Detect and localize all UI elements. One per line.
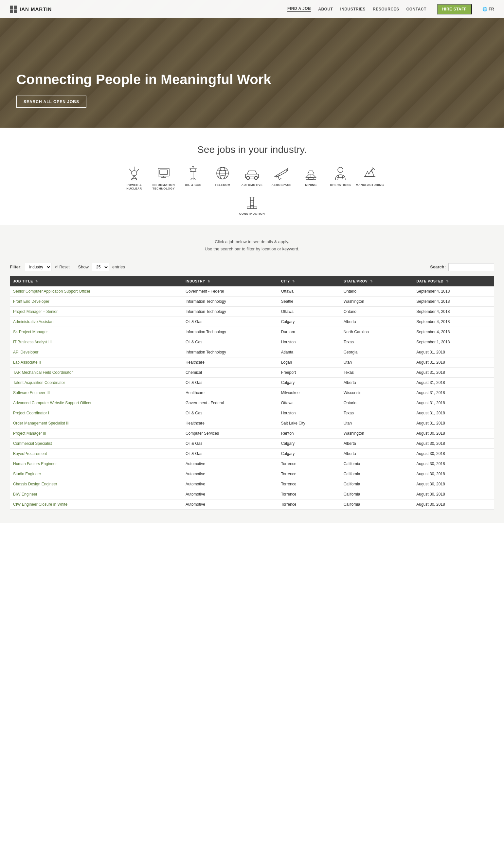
language-toggle[interactable]: 🌐 FR xyxy=(482,7,494,12)
nav-contact[interactable]: CONTACT xyxy=(407,7,427,12)
job-title-link[interactable]: Studio Engineer xyxy=(13,472,41,476)
nav-resources[interactable]: RESOURCES xyxy=(373,7,399,12)
industry-power-nuclear[interactable]: POWER & NUCLEAR xyxy=(121,165,147,191)
job-title-link[interactable]: Project Manager – Senior xyxy=(13,309,58,314)
col-industry[interactable]: INDUSTRY ⇅ xyxy=(182,276,278,286)
industry-operations[interactable]: OPERATIONS xyxy=(327,165,354,191)
nav-about[interactable]: ABOUT xyxy=(318,7,333,12)
search-input[interactable] xyxy=(448,263,494,271)
job-title-cell[interactable]: IT Business Analyst III xyxy=(10,337,182,347)
job-title-link[interactable]: Chassis Design Engineer xyxy=(13,482,57,486)
job-title-cell[interactable]: Sr. Project Manager xyxy=(10,327,182,337)
it-label: INFORMATION TECHNOLOGY xyxy=(150,183,177,191)
date-cell: September 4, 2018 xyxy=(413,327,494,337)
date-cell: August 31, 2018 xyxy=(413,387,494,398)
job-title-link[interactable]: API Developer xyxy=(13,350,38,355)
job-title-link[interactable]: Project Coordinator I xyxy=(13,411,49,415)
job-title-cell[interactable]: API Developer xyxy=(10,347,182,357)
job-title-link[interactable]: Administrative Assistant xyxy=(13,320,55,324)
city-cell: Torrence xyxy=(278,479,340,489)
nav-industries[interactable]: INDUSTRIES xyxy=(340,7,365,12)
job-title-link[interactable]: Commercial Specialist xyxy=(13,441,52,446)
reset-button[interactable]: ↺ Reset xyxy=(55,265,69,269)
date-cell: August 31, 2018 xyxy=(413,367,494,377)
state-cell: Alberta xyxy=(340,316,413,327)
industry-heading: See jobs in your industry. xyxy=(10,144,494,155)
industry-cell: Information Technology xyxy=(182,306,278,316)
table-row: Advanced Computer Website Support Office… xyxy=(10,398,494,408)
job-title-cell[interactable]: Software Engineer III xyxy=(10,387,182,398)
job-title-link[interactable]: Sr. Project Manager xyxy=(13,330,48,334)
manufacturing-label: MANUFACTURING xyxy=(356,183,384,187)
city-cell: Houston xyxy=(278,337,340,347)
date-cell: August 31, 2018 xyxy=(413,418,494,428)
svg-rect-27 xyxy=(309,177,313,179)
job-title-cell[interactable]: Administrative Assistant xyxy=(10,316,182,327)
industry-filter-select[interactable]: Industry xyxy=(25,263,51,271)
job-title-link[interactable]: Lab Associate II xyxy=(13,360,41,365)
job-title-link[interactable]: Project Manager III xyxy=(13,431,46,436)
job-title-cell[interactable]: Project Coordinator I xyxy=(10,408,182,418)
job-title-link[interactable]: Front End Developer xyxy=(13,299,50,304)
job-title-cell[interactable]: TAR Mechanical Field Coordinator xyxy=(10,367,182,377)
state-cell: Wisconsin xyxy=(340,387,413,398)
industry-construction[interactable]: CONSTRUCTION xyxy=(239,194,265,216)
job-title-link[interactable]: Order Management Specialist III xyxy=(13,421,69,426)
job-title-link[interactable]: Software Engineer III xyxy=(13,391,50,395)
job-title-cell[interactable]: Chassis Design Engineer xyxy=(10,479,182,489)
job-title-link[interactable]: TAR Mechanical Field Coordinator xyxy=(13,370,73,375)
job-title-cell[interactable]: BIW Engineer xyxy=(10,489,182,499)
job-title-link[interactable]: CIW Engineer Closure in White xyxy=(13,502,68,507)
table-row: Human Factors Engineer Automotive Torren… xyxy=(10,458,494,469)
industry-cell: Chemical xyxy=(182,367,278,377)
sort-date-icon: ⇅ xyxy=(446,280,449,283)
job-title-cell[interactable]: Buyer/Procurement xyxy=(10,448,182,458)
job-title-link[interactable]: Buyer/Procurement xyxy=(13,451,47,456)
col-state[interactable]: STATE/PROV ⇅ xyxy=(340,276,413,286)
job-title-cell[interactable]: Studio Engineer xyxy=(10,469,182,479)
industry-oil-gas[interactable]: OIL & GAS xyxy=(180,165,206,191)
entries-count-select[interactable]: 25 xyxy=(92,263,109,271)
aerospace-label: AEROSPACE xyxy=(272,183,292,187)
job-title-cell[interactable]: Advanced Computer Website Support Office… xyxy=(10,398,182,408)
industry-automotive[interactable]: AUTOMOTIVE xyxy=(239,165,265,191)
table-row: Talent Acquisition Coordinator Oil & Gas… xyxy=(10,377,494,387)
industry-manufacturing[interactable]: MANUFACTURING xyxy=(357,165,383,191)
industry-cell: Oil & Gas xyxy=(182,337,278,347)
telecom-icon xyxy=(214,165,231,181)
industry-it[interactable]: INFORMATION TECHNOLOGY xyxy=(150,165,177,191)
job-title-cell[interactable]: Project Manager III xyxy=(10,428,182,438)
job-title-link[interactable]: IT Business Analyst III xyxy=(13,340,52,344)
job-title-cell[interactable]: Front End Developer xyxy=(10,296,182,306)
job-title-cell[interactable]: Lab Associate II xyxy=(10,357,182,367)
col-job-title[interactable]: JOB TITLE ⇅ xyxy=(10,276,182,286)
job-title-cell[interactable]: Talent Acquisition Coordinator xyxy=(10,377,182,387)
city-cell: Ottawa xyxy=(278,306,340,316)
nav-find-a-job[interactable]: FIND A JOB xyxy=(287,6,311,12)
industry-mining[interactable]: MINING xyxy=(298,165,324,191)
job-title-link[interactable]: Talent Acquisition Coordinator xyxy=(13,380,65,385)
job-title-link[interactable]: BIW Engineer xyxy=(13,492,37,496)
job-title-cell[interactable]: Senior Computer Application Support Offi… xyxy=(10,286,182,296)
table-row: CIW Engineer Closure in White Automotive… xyxy=(10,499,494,509)
logo[interactable]: IAN MARTIN xyxy=(10,5,52,13)
job-title-link[interactable]: Advanced Computer Website Support Office… xyxy=(13,401,92,405)
city-cell: Atlanta xyxy=(278,347,340,357)
search-all-jobs-button[interactable]: SEARCH ALL OPEN JOBS xyxy=(16,95,86,108)
table-row: Project Manager III Computer Services Re… xyxy=(10,428,494,438)
state-cell: North Carolina xyxy=(340,327,413,337)
industry-telecom[interactable]: TELECOM xyxy=(210,165,236,191)
job-title-cell[interactable]: CIW Engineer Closure in White xyxy=(10,499,182,509)
col-city[interactable]: CITY ⇅ xyxy=(278,276,340,286)
date-cell: September 4, 2018 xyxy=(413,306,494,316)
job-title-link[interactable]: Senior Computer Application Support Offi… xyxy=(13,289,90,294)
col-date[interactable]: DATE POSTED ⇅ xyxy=(413,276,494,286)
job-title-link[interactable]: Human Factors Engineer xyxy=(13,461,57,466)
job-title-cell[interactable]: Human Factors Engineer xyxy=(10,458,182,469)
hire-staff-button[interactable]: HIRE STAFF xyxy=(437,4,472,14)
job-title-cell[interactable]: Order Management Specialist III xyxy=(10,418,182,428)
job-title-cell[interactable]: Commercial Specialist xyxy=(10,438,182,448)
date-cell: August 31, 2018 xyxy=(413,398,494,408)
industry-aerospace[interactable]: AEROSPACE xyxy=(268,165,294,191)
job-title-cell[interactable]: Project Manager – Senior xyxy=(10,306,182,316)
